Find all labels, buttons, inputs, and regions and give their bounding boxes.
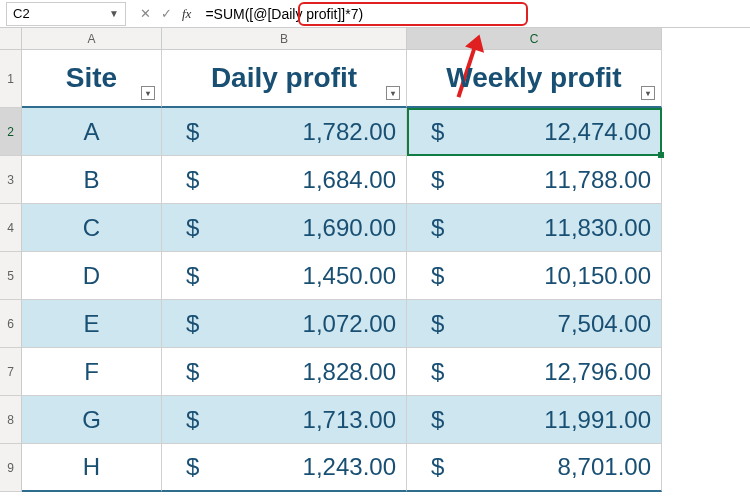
daily-value: 1,828.00 [303, 358, 396, 386]
currency-symbol: $ [172, 166, 199, 194]
cell-site[interactable]: E [22, 300, 162, 348]
row-header-4[interactable]: 4 [0, 204, 22, 252]
cell-site[interactable]: A [22, 108, 162, 156]
cell-daily-profit[interactable]: $1,828.00 [162, 348, 407, 396]
row-header-7[interactable]: 7 [0, 348, 22, 396]
cell-daily-profit[interactable]: $1,713.00 [162, 396, 407, 444]
cell-daily-profit[interactable]: $1,690.00 [162, 204, 407, 252]
table-header-c[interactable]: Weekly profit▾ [407, 50, 662, 108]
currency-symbol: $ [417, 214, 444, 242]
column-header-c[interactable]: C [407, 28, 662, 50]
row-header-1[interactable]: 1 [0, 50, 22, 108]
currency-symbol: $ [417, 118, 444, 146]
weekly-value: 8,701.00 [558, 453, 651, 481]
fx-icon[interactable]: fx [178, 6, 195, 22]
formula-input[interactable]: =SUM([@[Daily profit]]*7) [199, 2, 750, 26]
cell-site[interactable]: F [22, 348, 162, 396]
filter-dropdown-icon[interactable]: ▾ [641, 86, 655, 100]
column-header-a[interactable]: A [22, 28, 162, 50]
cell-weekly-profit[interactable]: $10,150.00 [407, 252, 662, 300]
daily-value: 1,450.00 [303, 262, 396, 290]
cell-weekly-profit[interactable]: $11,788.00 [407, 156, 662, 204]
formula-text: =SUM([@[Daily profit]]*7) [205, 6, 363, 22]
currency-symbol: $ [172, 262, 199, 290]
cell-weekly-profit[interactable]: $12,796.00 [407, 348, 662, 396]
table-header-a[interactable]: Site▾ [22, 50, 162, 108]
weekly-value: 11,830.00 [544, 214, 651, 242]
cell-site[interactable]: H [22, 444, 162, 492]
formula-bar-buttons: ✕ ✓ fx [132, 6, 199, 22]
currency-symbol: $ [417, 310, 444, 338]
cell-daily-profit[interactable]: $1,243.00 [162, 444, 407, 492]
weekly-value: 11,788.00 [544, 166, 651, 194]
column-header-b[interactable]: B [162, 28, 407, 50]
cell-weekly-profit[interactable]: $7,504.00 [407, 300, 662, 348]
currency-symbol: $ [172, 214, 199, 242]
cell-daily-profit[interactable]: $1,072.00 [162, 300, 407, 348]
daily-value: 1,782.00 [303, 118, 396, 146]
row-header-5[interactable]: 5 [0, 252, 22, 300]
chevron-down-icon[interactable]: ▼ [109, 8, 119, 19]
daily-value: 1,684.00 [303, 166, 396, 194]
filter-dropdown-icon[interactable]: ▾ [386, 86, 400, 100]
currency-symbol: $ [172, 310, 199, 338]
currency-symbol: $ [172, 453, 199, 481]
row-header-3[interactable]: 3 [0, 156, 22, 204]
cell-weekly-profit[interactable]: $11,991.00 [407, 396, 662, 444]
row-header-9[interactable]: 9 [0, 444, 22, 492]
weekly-value: 7,504.00 [558, 310, 651, 338]
cell-daily-profit[interactable]: $1,684.00 [162, 156, 407, 204]
daily-value: 1,243.00 [303, 453, 396, 481]
table-header-b[interactable]: Daily profit▾ [162, 50, 407, 108]
row-header-8[interactable]: 8 [0, 396, 22, 444]
confirm-icon[interactable]: ✓ [157, 6, 176, 22]
spreadsheet-grid[interactable]: ABC1Site▾Daily profit▾Weekly profit▾2A$1… [0, 28, 750, 492]
currency-symbol: $ [172, 406, 199, 434]
currency-symbol: $ [417, 358, 444, 386]
formula-bar: C2 ▼ ✕ ✓ fx =SUM([@[Daily profit]]*7) [0, 0, 750, 28]
cell-site[interactable]: B [22, 156, 162, 204]
name-box[interactable]: C2 ▼ [6, 2, 126, 26]
currency-symbol: $ [417, 453, 444, 481]
name-box-value: C2 [13, 6, 30, 21]
row-header-2[interactable]: 2 [0, 108, 22, 156]
cancel-icon[interactable]: ✕ [136, 6, 155, 22]
cell-site[interactable]: C [22, 204, 162, 252]
currency-symbol: $ [417, 262, 444, 290]
currency-symbol: $ [417, 166, 444, 194]
weekly-value: 10,150.00 [544, 262, 651, 290]
currency-symbol: $ [172, 358, 199, 386]
daily-value: 1,072.00 [303, 310, 396, 338]
cell-daily-profit[interactable]: $1,450.00 [162, 252, 407, 300]
header-label: Weekly profit [446, 62, 621, 94]
daily-value: 1,690.00 [303, 214, 396, 242]
row-header-6[interactable]: 6 [0, 300, 22, 348]
daily-value: 1,713.00 [303, 406, 396, 434]
filter-dropdown-icon[interactable]: ▾ [141, 86, 155, 100]
cell-site[interactable]: D [22, 252, 162, 300]
header-label: Site [66, 62, 117, 94]
cell-daily-profit[interactable]: $1,782.00 [162, 108, 407, 156]
cell-weekly-profit[interactable]: $11,830.00 [407, 204, 662, 252]
currency-symbol: $ [417, 406, 444, 434]
currency-symbol: $ [172, 118, 199, 146]
weekly-value: 12,796.00 [544, 358, 651, 386]
cell-site[interactable]: G [22, 396, 162, 444]
select-all-corner[interactable] [0, 28, 22, 50]
header-label: Daily profit [211, 62, 357, 94]
weekly-value: 12,474.00 [544, 118, 651, 146]
cell-weekly-profit[interactable]: $12,474.00 [407, 108, 662, 156]
cell-weekly-profit[interactable]: $8,701.00 [407, 444, 662, 492]
weekly-value: 11,991.00 [544, 406, 651, 434]
